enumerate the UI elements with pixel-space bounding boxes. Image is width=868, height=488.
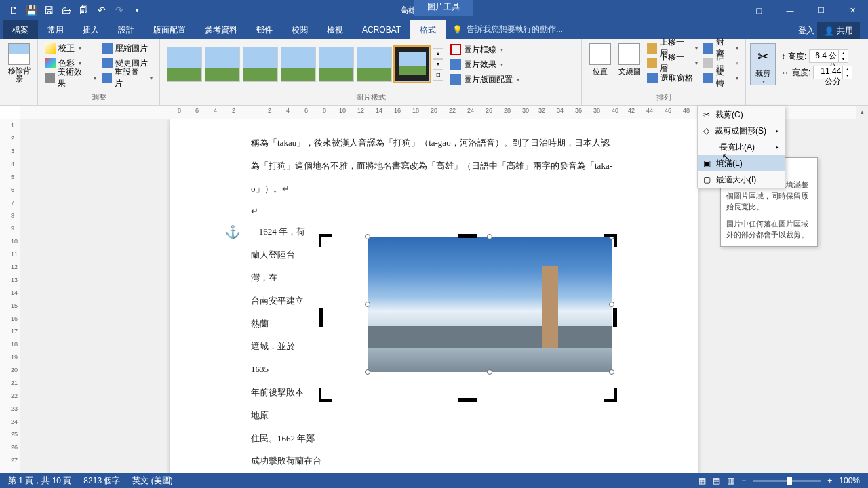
compress-icon	[102, 43, 113, 54]
crop-menu-aspect[interactable]: 長寬比(A)▸	[698, 139, 785, 155]
style-preset-7[interactable]	[395, 47, 430, 82]
chevron-up-icon: ▴	[839, 50, 848, 56]
vertical-scrollbar[interactable]: ▴	[856, 106, 868, 473]
crop-menu-fill[interactable]: ▣填滿(L)	[698, 155, 785, 171]
picture-border-button[interactable]: 圖片框線▾	[448, 42, 522, 57]
wrap-icon	[618, 43, 640, 65]
reset-picture-button[interactable]: 重設圖片▾	[99, 70, 156, 85]
qat-customize-icon[interactable]: ▾	[129, 2, 145, 18]
wrapped-text: 蘭人登陸台灣，在	[251, 243, 326, 289]
crop-handle-bl[interactable]	[319, 388, 332, 402]
crop-icon: ✂	[757, 48, 769, 64]
qat-open-icon[interactable]: 🗁	[58, 2, 75, 18]
ribbon-display-options[interactable]: ▢	[743, 0, 774, 20]
zoom-level[interactable]: 100%	[839, 476, 860, 485]
style-preset-6[interactable]	[357, 47, 392, 82]
color-icon	[45, 58, 56, 68]
picture-effects-button[interactable]: 圖片效果▾	[448, 57, 522, 72]
tab-layout[interactable]: 版面配置	[144, 20, 195, 39]
arrange-group-label: 排列	[586, 92, 741, 104]
zoom-out-icon[interactable]: −	[741, 476, 746, 485]
page-indicator[interactable]: 第 1 頁，共 10 頁	[8, 475, 71, 487]
piclayout-icon	[450, 74, 461, 85]
picture-styles-gallery[interactable]	[164, 44, 433, 85]
document-page[interactable]: 稱為「takau」，後來被漢人音譯為「打狗」（ta-gao，河洛語音）。到了日治…	[170, 119, 698, 473]
crop-menu-fit[interactable]: ▢最適大小(I)	[698, 171, 785, 188]
tab-acrobat[interactable]: ACROBAT	[353, 20, 410, 39]
width-input[interactable]: 11.44 公分▴▾	[813, 66, 852, 79]
compress-button[interactable]: 壓縮圖片	[99, 41, 156, 56]
tab-format[interactable]: 格式	[410, 20, 446, 39]
crop-handle-t[interactable]	[458, 234, 477, 238]
close-button[interactable]: ✕	[837, 0, 868, 20]
image-crop-frame[interactable]	[319, 234, 617, 402]
minimize-button[interactable]: —	[774, 0, 806, 20]
tell-me-search[interactable]: 💡 告訴我您想要執行的動作...	[446, 20, 570, 39]
tab-view[interactable]: 檢視	[317, 20, 353, 39]
send-backward-button[interactable]: 下移一層▾	[644, 56, 701, 70]
picture-layout-button[interactable]: 圖片版面配置▾	[448, 72, 522, 87]
wrapped-text: 遮城，並於 1635	[251, 335, 326, 381]
qat-saveas-icon[interactable]: 🖫	[41, 2, 57, 18]
language-indicator[interactable]: 英文 (美國)	[132, 475, 172, 487]
selection-pane-button[interactable]: 選取窗格	[644, 70, 701, 85]
signin-link[interactable]: 登入	[798, 25, 814, 37]
word-count[interactable]: 8213 個字	[83, 475, 120, 487]
tab-review[interactable]: 校閱	[282, 20, 317, 39]
tab-home[interactable]: 常用	[38, 20, 73, 39]
context-tab-label: 圖片工具	[414, 0, 473, 16]
view-read-icon[interactable]: ▤	[713, 476, 720, 485]
style-preset-5[interactable]	[319, 47, 354, 82]
gallery-down-icon[interactable]: ▾	[433, 59, 443, 70]
style-preset-3[interactable]	[243, 47, 278, 82]
qat-undo-icon[interactable]: ↶	[94, 2, 110, 18]
zoom-in-icon[interactable]: +	[827, 476, 832, 485]
crop-handle-tr[interactable]	[604, 234, 617, 247]
anchor-icon: ⚓	[225, 224, 240, 239]
chevron-down-icon: ▾	[843, 73, 852, 79]
style-preset-2[interactable]	[205, 47, 240, 82]
crop-handle-b[interactable]	[458, 398, 477, 402]
crop-menu-shape[interactable]: ◇裁剪成圖形(S)▸	[698, 123, 785, 139]
tab-design[interactable]: 設計	[108, 20, 144, 39]
corrections-button[interactable]: 校正▾	[42, 41, 99, 56]
gallery-up-icon[interactable]: ▴	[433, 48, 443, 59]
fill-icon: ▣	[703, 159, 711, 168]
qat-save-icon[interactable]: 💾	[23, 2, 39, 18]
file-tab[interactable]: 檔案	[3, 20, 38, 39]
qat-new-icon[interactable]: 🗋	[5, 2, 22, 18]
vertical-ruler[interactable]: 1234567891011121314151617181920212223242…	[0, 119, 20, 473]
share-button[interactable]: 👤 共用	[817, 22, 860, 39]
crop-handle-l[interactable]	[319, 308, 323, 327]
position-button[interactable]: 位置	[586, 41, 615, 88]
selected-image[interactable]	[368, 237, 612, 372]
style-preset-1[interactable]	[167, 47, 202, 82]
tab-insert[interactable]: 插入	[73, 20, 108, 39]
view-print-icon[interactable]: ▦	[698, 476, 706, 485]
gallery-more-icon[interactable]: ⊟	[433, 70, 443, 81]
adjust-group-label: 調整	[42, 92, 155, 104]
crop-handle-tl[interactable]	[319, 234, 332, 247]
crop-handle-br[interactable]	[604, 388, 617, 402]
zoom-slider[interactable]	[753, 480, 821, 482]
tab-mailings[interactable]: 郵件	[247, 20, 282, 39]
crop-split-button[interactable]: ✂ 裁剪 ▾	[750, 43, 776, 85]
qat-redo-icon[interactable]: ↷	[111, 2, 127, 18]
group-button[interactable]: 群組▾	[701, 56, 741, 70]
crop-handle-r[interactable]	[613, 308, 617, 327]
qat-preview-icon[interactable]: 🗐	[76, 2, 92, 18]
height-label: 高度:	[788, 51, 806, 62]
tab-references[interactable]: 參考資料	[195, 20, 247, 39]
view-web-icon[interactable]: ▥	[727, 476, 734, 485]
style-preset-4[interactable]	[281, 47, 316, 82]
maximize-button[interactable]: ☐	[806, 0, 837, 20]
backward-icon	[647, 58, 657, 68]
artistic-effects-button[interactable]: 美術效果▾	[42, 70, 99, 85]
tooltip-body: 圖片中任何落在圖片區域外的部分都會予以裁剪。	[726, 218, 812, 241]
scroll-up-icon[interactable]: ▴	[856, 106, 868, 118]
height-input[interactable]: 6.4 公分▴▾	[809, 49, 848, 63]
remove-background-button[interactable]: 移除背景	[4, 41, 34, 85]
crop-menu-crop[interactable]: ✂裁剪(C)	[698, 106, 785, 123]
wrap-text-button[interactable]: 文繞圖	[615, 41, 644, 88]
fit-icon: ▢	[703, 175, 711, 184]
